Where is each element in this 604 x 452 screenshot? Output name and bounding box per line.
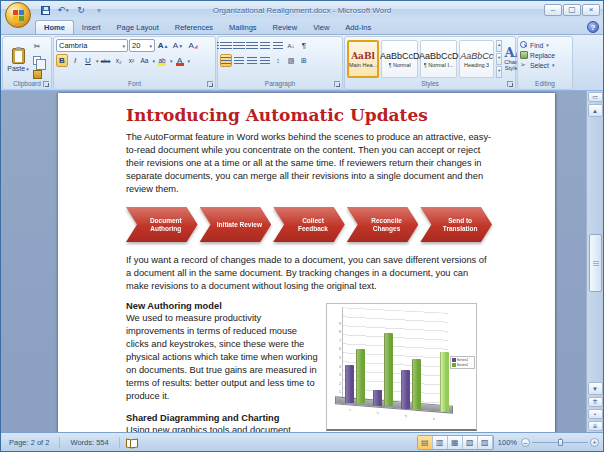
- line-spacing-button[interactable]: ↕: [272, 54, 284, 67]
- full-screen-reading-view-icon[interactable]: ▥: [433, 436, 448, 449]
- shading-button[interactable]: ▨: [285, 54, 297, 67]
- style-main-heading[interactable]: AaBl Main Hea...: [347, 40, 379, 78]
- clear-formatting-button[interactable]: A◢: [186, 39, 200, 52]
- chart-ytick: 7: [332, 339, 341, 343]
- close-button[interactable]: ×: [582, 4, 600, 16]
- tab-mailings[interactable]: Mailings: [221, 21, 265, 34]
- font-color-button[interactable]: A: [174, 54, 186, 67]
- proofing-status-icon[interactable]: [126, 438, 138, 447]
- chart-bar: [412, 359, 421, 409]
- clipboard-dialog-launcher-icon[interactable]: [43, 81, 49, 87]
- ruler-toggle-button[interactable]: ▭: [588, 92, 603, 102]
- scroll-down-icon[interactable]: ▼: [588, 382, 603, 395]
- scroll-up-icon[interactable]: ▲: [588, 104, 603, 117]
- save-button[interactable]: [37, 3, 53, 17]
- bold-button[interactable]: B: [56, 54, 68, 67]
- help-icon[interactable]: ?: [587, 21, 599, 33]
- undo-button[interactable]: ↶▾: [55, 3, 71, 17]
- replace-button[interactable]: Replace: [520, 51, 570, 59]
- font-dialog-launcher-icon[interactable]: [207, 81, 213, 87]
- borders-button[interactable]: ⊞: [298, 54, 310, 67]
- chart-ytick: 6: [332, 347, 341, 351]
- embedded-chart[interactable]: 01234567891234 Series1Series2: [326, 303, 477, 431]
- page-indicator[interactable]: Page: 2 of 2: [5, 437, 53, 448]
- zoom-slider-track[interactable]: [532, 442, 588, 443]
- increase-indent-button[interactable]: [272, 39, 284, 52]
- style-heading-3[interactable]: AaBbCc Heading 3: [459, 40, 494, 78]
- maximize-button[interactable]: ▢: [563, 4, 581, 16]
- chevron-document-authoring[interactable]: Document Authoring: [126, 207, 198, 242]
- align-left-button[interactable]: [220, 54, 232, 67]
- tab-add-ins[interactable]: Add-Ins: [337, 21, 379, 34]
- cut-button[interactable]: ✂: [31, 40, 43, 53]
- tab-references[interactable]: References: [167, 21, 221, 34]
- window-controls: – ▢ ×: [544, 4, 603, 16]
- next-page-icon[interactable]: ⇊: [588, 421, 603, 431]
- styles-scroll-up-icon[interactable]: ▲: [496, 40, 502, 52]
- vertical-scrollbar[interactable]: ▭ ▲ ▼ ⇈ • ⇊: [586, 91, 603, 432]
- tab-view[interactable]: View: [305, 21, 337, 34]
- office-button[interactable]: [5, 2, 31, 28]
- document-page[interactable]: Introducing Automatic Updates The AutoFo…: [58, 93, 555, 432]
- draft-view-icon[interactable]: ▨: [478, 436, 493, 449]
- paste-icon: [12, 48, 25, 64]
- align-left-icon: [221, 57, 231, 65]
- chevron-reconcile-changes[interactable]: Reconcile Changes: [347, 207, 419, 242]
- zoom-slider[interactable]: – +: [521, 438, 599, 447]
- print-layout-view-icon[interactable]: ▤: [418, 436, 433, 449]
- chevron-initiate-review[interactable]: Initiate Review: [200, 207, 272, 242]
- zoom-level[interactable]: 100%: [498, 438, 517, 447]
- chevron-send-to-translation[interactable]: Send to Translation: [420, 207, 492, 242]
- tab-review[interactable]: Review: [265, 21, 306, 34]
- zoom-slider-thumb[interactable]: [558, 439, 563, 446]
- word-count[interactable]: Words: 554: [66, 437, 112, 448]
- underline-button[interactable]: U: [82, 54, 94, 67]
- select-browse-object-icon[interactable]: •: [588, 409, 603, 419]
- tab-page-layout[interactable]: Page Layout: [109, 21, 167, 34]
- font-size-select[interactable]: 20▾: [129, 39, 155, 52]
- paste-button[interactable]: Paste▾: [5, 39, 31, 81]
- copy-button[interactable]: [31, 54, 43, 67]
- process-chevron-diagram[interactable]: Document Authoring Initiate Review Colle…: [126, 207, 492, 242]
- scrollbar-track[interactable]: [589, 118, 602, 381]
- find-button[interactable]: Find▾: [520, 41, 570, 49]
- outline-view-icon[interactable]: ▧: [463, 436, 478, 449]
- view-shortcuts: ▤ ▥ ▦ ▧ ▨: [417, 435, 494, 450]
- shrink-font-button[interactable]: A▼: [171, 39, 185, 52]
- minimize-button[interactable]: –: [544, 4, 562, 16]
- tab-home[interactable]: Home: [35, 20, 74, 34]
- subscript-button[interactable]: x₂: [113, 54, 125, 67]
- sort-button[interactable]: A↓: [285, 39, 297, 52]
- multilevel-list-button[interactable]: [246, 39, 258, 52]
- align-center-button[interactable]: [233, 54, 245, 67]
- style-normal[interactable]: AaBbCcD ¶ Normal: [381, 40, 418, 78]
- change-case-button[interactable]: Aa: [139, 54, 151, 67]
- paragraph-dialog-launcher-icon[interactable]: [334, 81, 340, 87]
- strikethrough-button[interactable]: abc: [100, 54, 112, 67]
- tab-insert[interactable]: Insert: [74, 21, 109, 34]
- styles-scroll-down-icon[interactable]: ▼: [496, 53, 502, 65]
- zoom-in-icon[interactable]: +: [590, 438, 599, 447]
- select-button[interactable]: Select▾: [520, 61, 570, 69]
- scrollbar-thumb[interactable]: [589, 234, 602, 292]
- chevron-collect-feedback[interactable]: Collect Feedback: [273, 207, 345, 242]
- styles-dialog-launcher-icon[interactable]: [507, 81, 513, 87]
- decrease-indent-button[interactable]: [259, 39, 271, 52]
- font-name-select[interactable]: Cambria▾: [56, 39, 128, 52]
- chart-ytick: 4: [332, 365, 341, 369]
- style-normal-indent[interactable]: AaBbCcD ¶ Normal I...: [420, 40, 457, 78]
- superscript-button[interactable]: x²: [126, 54, 138, 67]
- redo-button[interactable]: ↻: [73, 3, 89, 17]
- paragraph-diagramming: Using new graphics tools and document th…: [126, 424, 318, 432]
- previous-page-icon[interactable]: ⇈: [588, 397, 603, 407]
- text-highlight-button[interactable]: ab: [156, 54, 168, 67]
- justify-button[interactable]: [259, 54, 271, 67]
- zoom-out-icon[interactable]: –: [521, 438, 530, 447]
- web-layout-view-icon[interactable]: ▦: [448, 436, 463, 449]
- grow-font-button[interactable]: A▲: [156, 39, 170, 52]
- styles-more-icon[interactable]: ▼: [496, 66, 502, 78]
- italic-button[interactable]: I: [69, 54, 81, 67]
- show-paragraph-marks-button[interactable]: ¶: [298, 39, 310, 52]
- customize-qat-button[interactable]: ▾: [91, 3, 107, 17]
- align-right-button[interactable]: [246, 54, 258, 67]
